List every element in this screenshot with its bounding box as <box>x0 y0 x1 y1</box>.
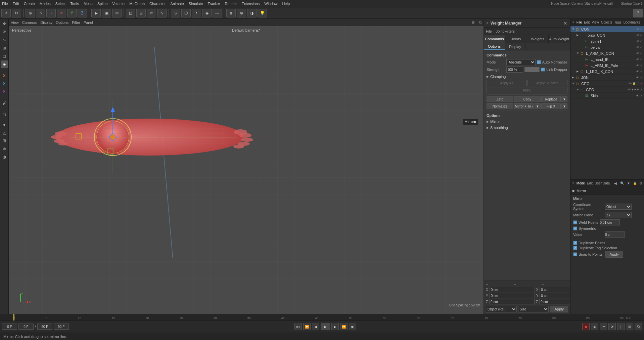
paint-view-icon[interactable]: ◑ <box>1 153 8 161</box>
tl-play-btn[interactable]: ▶ <box>321 323 330 330</box>
tl-grid-btn[interactable]: ⊞ <box>626 323 633 330</box>
menu-create[interactable]: Create <box>24 2 35 6</box>
render-settings-btn[interactable]: ⚙ <box>112 9 122 17</box>
viewport-3d[interactable]: Perspective Default Camera:* Mirror▶ <box>9 26 484 314</box>
menu-select[interactable]: Select <box>55 2 66 6</box>
strength-input[interactable] <box>506 67 523 73</box>
attr-search-icon[interactable]: 🔍 <box>620 181 624 185</box>
apply-button[interactable]: Apply <box>487 87 567 93</box>
con-check-icon[interactable]: ✓ <box>640 28 643 31</box>
spline-btn[interactable]: ~ <box>46 9 56 17</box>
zero-button[interactable]: Zero <box>487 96 513 102</box>
knife-btn[interactable]: ⟜ <box>213 9 222 17</box>
lhand-eye-icon[interactable]: 👁 <box>636 58 639 61</box>
geomesh-check-icon[interactable]: ✓ <box>640 88 643 91</box>
options-tab[interactable]: Options <box>56 20 68 25</box>
y-btn[interactable]: Y <box>67 9 77 17</box>
geo-top-eye-icon[interactable]: 👁 <box>629 82 632 85</box>
cone-view-icon[interactable]: △ <box>1 129 8 136</box>
tree-item-geo-top[interactable]: ▼ ◻ GEO 👁 🔒 ✓ ✕ <box>570 81 644 87</box>
panel-tab[interactable]: Panel <box>84 20 93 25</box>
apply-all-button[interactable]: Apply All <box>487 80 527 86</box>
end-frame-input[interactable] <box>37 324 52 330</box>
coord-apply-button[interactable]: Apply <box>550 306 568 312</box>
attr-edit-tab[interactable]: Edit <box>587 181 593 185</box>
attr-mode-tab[interactable]: Mode <box>577 181 585 185</box>
tl-end-btn[interactable]: ⏭ <box>349 323 356 330</box>
mode-select[interactable]: Absolute Relative <box>506 59 536 65</box>
attr-filter-icon[interactable]: ▼ <box>627 181 630 185</box>
geo-top-lock-icon[interactable]: 🔒 <box>632 82 636 85</box>
light-btn[interactable]: 💡 <box>258 9 267 17</box>
undo-btn[interactable]: ↺ <box>1 9 11 17</box>
help-btn[interactable]: ? <box>633 9 643 17</box>
tree-item-spine1[interactable]: ⊢ spine1 👁 ✓ <box>570 38 644 44</box>
fps-input[interactable] <box>54 324 69 330</box>
geo-top-check-icon[interactable]: ✓ <box>637 82 639 85</box>
wm-subtab-options[interactable]: Options <box>484 43 505 50</box>
tl-record-btn[interactable]: ⏺ <box>582 323 590 330</box>
timeline-scrubber[interactable] <box>13 314 14 321</box>
move-btn[interactable]: ⊞ <box>136 9 146 17</box>
cameras-tab[interactable]: Cameras <box>22 20 37 25</box>
menu-modes[interactable]: Modes <box>40 2 51 6</box>
mirror-option-header[interactable]: ▶ Mirror <box>487 120 567 124</box>
coord-ref-select[interactable]: Object (Rel) World <box>486 306 517 312</box>
edge-btn[interactable]: ⬡ <box>181 9 191 17</box>
tl-motion-btn[interactable]: 〜 <box>600 323 607 330</box>
copy-button[interactable]: Copy <box>514 96 541 102</box>
tl-prev-frame-btn[interactable]: ◀ <box>312 323 319 330</box>
tree-item-con[interactable]: ▼ ◻ CON 👁 ✓ <box>570 26 644 32</box>
om-tab-edit[interactable]: Edit <box>584 20 590 24</box>
llegik-check-icon[interactable]: ✓ <box>640 70 643 73</box>
current-frame-input[interactable] <box>2 324 17 330</box>
clamping-header[interactable]: ▶ Clamping <box>487 75 567 79</box>
move-tool-icon[interactable]: ✥ <box>1 20 8 28</box>
s-icon-1[interactable]: S <box>1 72 8 79</box>
tl-keyframe-btn[interactable]: ◈ <box>591 323 598 330</box>
menu-volume[interactable]: Volume <box>112 2 125 6</box>
flip-x-arrow-btn[interactable]: ▼ <box>561 103 567 109</box>
scale-btn[interactable]: ⤡ <box>157 9 167 17</box>
smoothing-option-header[interactable]: ▶ Smoothing <box>487 126 567 130</box>
menu-extensions[interactable]: Extensions <box>241 2 260 6</box>
cube-btn[interactable]: ◻ <box>126 9 135 17</box>
menu-mograph[interactable]: MoGraph <box>129 2 145 6</box>
menu-simulate[interactable]: Simulate <box>189 2 203 6</box>
tl-expand-btn[interactable]: ⧉ <box>635 323 642 330</box>
wm-tab-auto-weight[interactable]: Auto Weight <box>549 35 570 43</box>
pelvis-eye-icon[interactable]: 👁 <box>636 46 639 49</box>
attr-expand-icon[interactable]: ⧉ <box>640 181 642 185</box>
menu-window[interactable]: Window <box>264 2 277 6</box>
snap-btn[interactable]: ⊕ <box>237 9 246 17</box>
con-eye-icon[interactable]: 👁 <box>636 28 639 31</box>
rotate-btn[interactable]: ⟳ <box>147 9 156 17</box>
torso-eye-icon[interactable]: 👁 <box>636 34 639 37</box>
coord-y1-input[interactable] <box>490 293 535 298</box>
tl-next-frame-btn[interactable]: ▶ <box>331 323 339 330</box>
wm-file-menu[interactable]: File <box>486 29 492 33</box>
x-btn[interactable]: ✕ <box>57 9 66 17</box>
apply-selected-button[interactable]: Apply Selected <box>527 80 568 86</box>
tree-item-geo-mesh[interactable]: ▼ ◻ GEO 👁 ✦✦✦ ✓ <box>570 87 644 93</box>
s-icon-2[interactable]: S <box>1 80 8 87</box>
start-frame-input[interactable] <box>18 324 34 330</box>
om-tab-objects[interactable]: Objects <box>601 20 612 24</box>
tree-item-l-arm-ik-con[interactable]: ▼ ◻ L_ARM_IK_CON 👁 ✓ <box>570 50 644 56</box>
tree-item-l-leg-ik-con[interactable]: ▶ ◻ L_LEG_IK_CON 👁 ✓ <box>570 69 644 75</box>
om-tab-file[interactable]: File <box>577 20 582 24</box>
jon-eye-icon[interactable]: 👁 <box>636 76 639 79</box>
grid-view-icon[interactable]: ⊞ <box>1 137 8 144</box>
tree-item-l-arm-ik-pole[interactable]: ⊢ L_ARM_IK_Pole 👁 ✓ <box>570 62 644 69</box>
geomesh-eye-icon[interactable]: 👁 <box>628 88 631 91</box>
symmetric-checkbox[interactable]: ✓ <box>573 226 577 230</box>
tree-item-l-hand-ik[interactable]: ⊢ L_hand_IK 👁 ✓ <box>570 56 644 62</box>
larm-eye-icon[interactable]: 👁 <box>636 52 639 55</box>
larm-check-icon[interactable]: ✓ <box>640 52 643 55</box>
wm-collapse-icon[interactable]: ≡ <box>487 21 489 25</box>
spine1-eye-icon[interactable]: 👁 <box>636 40 639 43</box>
pelvis-check-icon[interactable]: ✓ <box>640 46 643 49</box>
menu-tracker[interactable]: Tracker <box>208 2 220 6</box>
cube-view-icon[interactable]: ◻ <box>1 111 8 118</box>
menu-render[interactable]: Render <box>225 2 237 6</box>
